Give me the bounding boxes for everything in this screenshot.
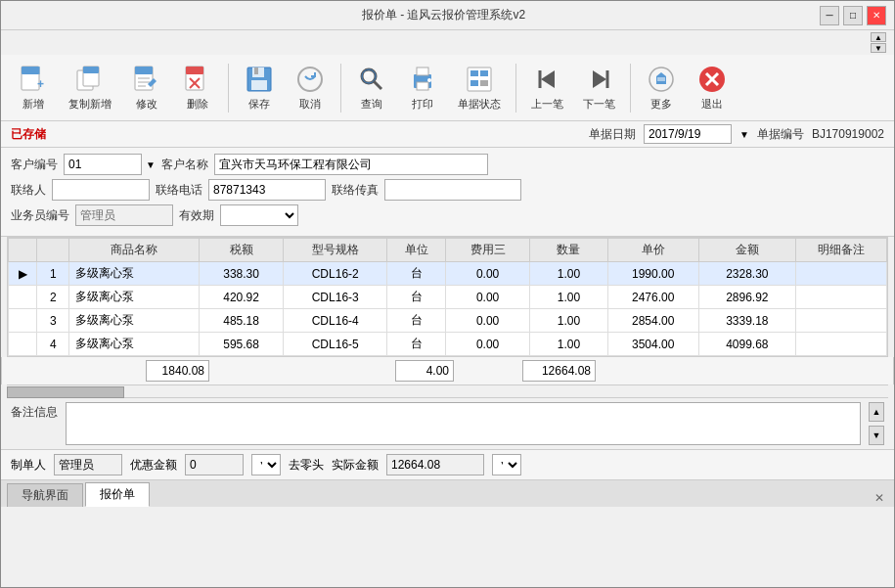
- row-unit: 台: [387, 262, 446, 286]
- date-input[interactable]: [644, 124, 732, 144]
- svg-point-28: [427, 78, 431, 82]
- svg-rect-8: [135, 67, 153, 74]
- row-amount: 3339.18: [698, 309, 795, 333]
- scrollbar-thumb[interactable]: [7, 386, 124, 398]
- svg-point-24: [364, 71, 370, 77]
- print-button[interactable]: 打印: [398, 59, 447, 116]
- customer-num-dropdown[interactable]: ▼: [146, 159, 156, 170]
- bottom-bar: 制单人 优惠金额 ▼ 去零头 实际金额 ▼: [1, 449, 894, 479]
- col-qty: 数量: [530, 239, 608, 262]
- scroll-up-arrow[interactable]: ▲: [871, 32, 886, 42]
- delete-label: 删除: [187, 97, 208, 112]
- amount-total-input[interactable]: [522, 360, 596, 382]
- discount-select[interactable]: ▼: [251, 454, 281, 475]
- save-button[interactable]: 保存: [235, 59, 284, 116]
- tab-bar: 导航界面 报价单 ✕: [1, 479, 894, 507]
- new-button[interactable]: + 新增: [9, 59, 58, 116]
- print-label: 打印: [412, 97, 433, 112]
- customer-name-input[interactable]: [214, 154, 488, 175]
- fax-input[interactable]: [384, 179, 521, 201]
- notes-textarea[interactable]: [66, 402, 861, 445]
- copy-new-icon: [74, 64, 106, 95]
- delete-icon: [182, 64, 213, 95]
- scroll-down-arrow[interactable]: ▼: [871, 43, 886, 53]
- next-button[interactable]: 下一笔: [574, 59, 624, 116]
- more-button[interactable]: 更多: [637, 59, 686, 116]
- table-row[interactable]: 3 多级离心泵 485.18 CDL16-4 台 0.00 1.00 2854.…: [9, 309, 887, 333]
- table-row[interactable]: 2 多级离心泵 420.92 CDL16-3 台 0.00 1.00 2476.…: [9, 286, 887, 309]
- num-label: 单据编号: [757, 126, 804, 143]
- svg-rect-27: [417, 82, 428, 90]
- notes-scroll-up[interactable]: ▲: [869, 402, 884, 422]
- col-note: 明细备注: [796, 239, 887, 262]
- col-name: 商品名称: [69, 239, 200, 262]
- row-note: [796, 262, 887, 286]
- valid-select[interactable]: [220, 204, 298, 226]
- row-note: [796, 333, 887, 356]
- svg-rect-32: [470, 80, 478, 86]
- staff-label: 业务员编号: [11, 207, 69, 224]
- tab-nav[interactable]: 导航界面: [7, 483, 83, 507]
- tax-total-input[interactable]: [146, 360, 209, 382]
- actual-select[interactable]: ▼: [492, 454, 521, 475]
- row-model: CDL16-4: [284, 309, 387, 333]
- svg-rect-30: [470, 70, 478, 76]
- contact-input[interactable]: [52, 179, 150, 201]
- col-amount: 金额: [698, 239, 795, 262]
- notes-scroll-down[interactable]: ▼: [869, 426, 884, 445]
- date-dropdown-arrow[interactable]: ▼: [739, 129, 749, 140]
- maximize-button[interactable]: □: [843, 6, 863, 25]
- row-fee3: 0.00: [445, 286, 529, 309]
- title-bar: 报价单 - 追风云报价管理系统v2 ─ □ ✕: [1, 1, 894, 30]
- row-name: 多级离心泵: [69, 262, 200, 286]
- row-fee3: 0.00: [445, 309, 529, 333]
- status-button[interactable]: 单据状态: [449, 59, 510, 116]
- col-price: 单价: [607, 239, 698, 262]
- window-controls: ─ □ ✕: [820, 6, 886, 25]
- cancel-icon: [294, 64, 326, 95]
- row-amount: 2896.92: [698, 286, 795, 309]
- more-icon: [646, 64, 677, 95]
- row-price: 3504.00: [607, 333, 698, 356]
- toolbar-sep-2: [340, 64, 341, 113]
- print-icon: [407, 64, 438, 95]
- tab-close-button[interactable]: ✕: [871, 489, 888, 507]
- staff-bottom-input[interactable]: [54, 454, 122, 475]
- notes-area: 备注信息 ▲ ▼: [1, 398, 894, 449]
- cancel-button[interactable]: 取消: [286, 59, 335, 116]
- exit-button[interactable]: 退出: [688, 59, 737, 116]
- delete-button[interactable]: 删除: [173, 59, 222, 116]
- svg-rect-31: [480, 70, 488, 76]
- status-bar: 已存储 单据日期 ▼ 单据编号 BJ170919002: [1, 121, 894, 148]
- row-tax: 485.18: [199, 309, 283, 333]
- status-label: 单据状态: [458, 97, 501, 112]
- minimize-button[interactable]: ─: [820, 6, 839, 25]
- staff-input[interactable]: [75, 204, 173, 226]
- svg-marker-36: [593, 70, 606, 88]
- discount-label: 优惠金额: [130, 457, 177, 474]
- phone-input[interactable]: [208, 179, 326, 201]
- row-arrow: [9, 309, 37, 333]
- new-label: 新增: [22, 97, 44, 112]
- prev-button[interactable]: 上一笔: [522, 59, 572, 116]
- tab-quote[interactable]: 报价单: [85, 482, 150, 507]
- qty-total-input[interactable]: [395, 360, 454, 382]
- table-row[interactable]: ▶ 1 多级离心泵 338.30 CDL16-2 台 0.00 1.00 199…: [9, 262, 887, 286]
- saved-status: 已存储: [11, 126, 46, 143]
- actual-input[interactable]: [386, 454, 484, 475]
- query-button[interactable]: 查询: [347, 59, 396, 116]
- row-price: 1990.00: [607, 262, 698, 286]
- exit-icon: [696, 64, 728, 95]
- discount-input[interactable]: [185, 454, 244, 475]
- edit-button[interactable]: 修改: [122, 59, 171, 116]
- prev-label: 上一笔: [531, 97, 563, 112]
- query-label: 查询: [361, 97, 382, 112]
- close-button[interactable]: ✕: [867, 6, 886, 25]
- horizontal-scrollbar[interactable]: [7, 384, 888, 398]
- customer-num-input[interactable]: [64, 154, 142, 175]
- row-seq: 1: [37, 262, 69, 286]
- svg-text:+: +: [37, 77, 44, 91]
- copy-new-button[interactable]: 复制新增: [60, 59, 120, 116]
- svg-rect-13: [186, 67, 203, 74]
- table-row[interactable]: 4 多级离心泵 595.68 CDL16-5 台 0.00 1.00 3504.…: [9, 333, 887, 356]
